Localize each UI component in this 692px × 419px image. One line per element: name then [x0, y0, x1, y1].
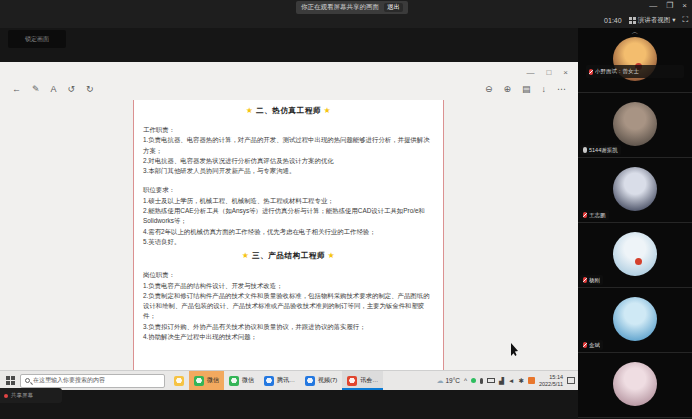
- print-icon[interactable]: ▤: [522, 84, 531, 94]
- viewer-toolbar-left: ←✎A↺↻: [12, 84, 94, 94]
- block-heading: 岗位职责：: [143, 270, 434, 280]
- taskbar-app-explorer[interactable]: [169, 371, 189, 390]
- system-tray: ☁ 19°C ^ ▟ ◄ ✱ 15:14 2022/5/11: [436, 374, 578, 387]
- taskbar-app-video-icon: [305, 376, 315, 386]
- taskbar-app-tencent-icon: [264, 376, 274, 386]
- taskbar-app-wechat-2-icon: [229, 376, 239, 386]
- taskbar-app-wechat-1[interactable]: 微信: [189, 371, 224, 390]
- astronaut-avatar: [613, 167, 657, 211]
- doc-text-line: 3.本部门其他研发人员协同开发新产品，与专家沟通。: [143, 166, 434, 176]
- participant-name: 小野面试：曾女士: [595, 68, 639, 75]
- sea-scene-avatar: [613, 297, 657, 341]
- view-mode-label: 演讲者视图: [638, 16, 671, 25]
- participant-label: 杨刚: [580, 275, 603, 285]
- taskbar-app-wechat-2[interactable]: 微信: [224, 371, 259, 390]
- taskbar-app-meeting[interactable]: 讯会…: [342, 371, 383, 390]
- taskbar-app-label: 视频(7): [318, 376, 337, 385]
- taskbar-app-label: 讯会…: [360, 376, 378, 385]
- viewer-window-controls: —□×: [526, 68, 568, 77]
- mouse-cursor: [511, 343, 520, 356]
- banner-text: 你正在观看屏幕共享的画面: [301, 3, 379, 12]
- taskbar: 在这里输入你要搜索的内容 微信微信腾讯…视频(7)讯会… ☁ 19°C ^ ▟ …: [0, 370, 578, 390]
- mic-muted-icon: [589, 69, 593, 75]
- participant-tile[interactable]: 5144谢振凯: [578, 93, 692, 158]
- edit-icon[interactable]: ✎: [32, 84, 40, 94]
- participants-sidebar: ︿ 小野面试：曾女士5144谢振凯王志鹏杨刚金斌: [578, 28, 692, 419]
- participant-tile[interactable]: [578, 353, 692, 418]
- sharing-indicator[interactable]: 共享屏幕: [0, 388, 62, 403]
- viewer-close-icon[interactable]: ×: [563, 68, 568, 77]
- network-icon[interactable]: ▟: [499, 377, 504, 385]
- participant-name: 王志鹏: [589, 212, 606, 219]
- taskbar-app-tencent[interactable]: 腾讯…: [259, 371, 300, 390]
- doc-text-line: 4.协助解决生产过程中出现的技术问题；: [143, 332, 434, 342]
- volume-icon[interactable]: ◄: [508, 377, 514, 385]
- participant-label: 5144谢振凯: [580, 145, 621, 155]
- star-icon: ★: [246, 106, 254, 115]
- recording-dot-icon: [4, 394, 8, 398]
- doc-text-line: 2.能熟练使用CAE分析工具（如Ansys等）进行仿真分析与计算；能熟练使用CA…: [143, 206, 434, 227]
- participant-tile[interactable]: 杨刚: [578, 223, 692, 288]
- start-button[interactable]: [0, 376, 20, 385]
- taskbar-clock[interactable]: 15:14 2022/5/11: [539, 374, 563, 387]
- clock-date: 2022/5/11: [539, 381, 563, 388]
- flowers-avatar: [613, 362, 657, 406]
- zoom-in-icon[interactable]: ⊕: [503, 84, 511, 94]
- taskbar-app-video[interactable]: 视频(7): [300, 371, 342, 390]
- search-placeholder: 在这里输入你要搜索的内容: [33, 376, 105, 385]
- settings-gear-icon[interactable]: ✱: [518, 377, 523, 385]
- rotate-right-icon[interactable]: ↻: [86, 84, 94, 94]
- exit-share-button[interactable]: 退出: [384, 3, 403, 12]
- doc-text-line: 2.对电抗器、电容器发热状况进行分析仿真评估及热设计方案的优化: [143, 156, 434, 166]
- snow-scene-avatar: [613, 232, 657, 276]
- zoom-out-icon[interactable]: ⊖: [485, 84, 493, 94]
- document-page[interactable]: ★ 二、热仿真工程师 ★工作职责：1.负责电抗器、电容器热的计算，对产品的开发、…: [133, 100, 444, 370]
- font-icon[interactable]: A: [51, 84, 57, 94]
- star-icon: ★: [328, 251, 336, 260]
- action-center-icon[interactable]: [567, 377, 575, 384]
- participant-tile[interactable]: 小野面试：曾女士: [578, 28, 692, 93]
- more-icon[interactable]: ⋯: [557, 84, 566, 94]
- taskbar-app-label: 腾讯…: [277, 376, 295, 385]
- participant-tile[interactable]: 王志鹏: [578, 158, 692, 223]
- maximize-icon[interactable]: ❐: [666, 1, 673, 11]
- sharing-indicator-label: 共享屏幕: [11, 392, 33, 399]
- section-title: ★ 三、产品结构工程师 ★: [143, 251, 434, 261]
- mic-tray-icon[interactable]: [480, 378, 483, 384]
- lock-view-button[interactable]: 锁定画面: [8, 30, 66, 48]
- cloud-icon: ☁: [436, 377, 443, 385]
- participant-name: 5144谢振凯: [589, 147, 618, 154]
- participant-label: 王志鹏: [580, 210, 609, 220]
- battery-icon[interactable]: [487, 378, 495, 383]
- taskbar-app-label: 微信: [207, 376, 219, 385]
- viewer-maximize-icon[interactable]: □: [546, 68, 551, 77]
- meeting-topbar: 你正在观看屏幕共享的画面 退出 —❐× 01:40 演讲者视图 ▾ ⛶: [0, 0, 692, 28]
- collapse-sidebar-icon[interactable]: ︿: [578, 28, 692, 36]
- close-icon[interactable]: ×: [682, 1, 687, 11]
- participant-name: 金斌: [589, 342, 600, 349]
- participant-tile[interactable]: 金斌: [578, 288, 692, 353]
- fullscreen-icon[interactable]: ⛶: [682, 15, 688, 25]
- grid-view-icon: [629, 17, 636, 24]
- download-icon[interactable]: ↓: [542, 84, 547, 94]
- meeting-controls: 01:40 演讲者视图 ▾ ⛶: [604, 13, 688, 27]
- watching-share-banner: 你正在观看屏幕共享的画面 退出: [296, 1, 408, 14]
- doc-text-line: 1.负责电抗器、电容器热的计算，对产品的开发、测试过程中出现的热问题能够进行分析…: [143, 135, 434, 156]
- minimize-icon[interactable]: —: [649, 1, 657, 11]
- weather-temp: 19°C: [445, 377, 460, 384]
- status-dot-icon[interactable]: [471, 378, 476, 383]
- view-mode-button[interactable]: 演讲者视图 ▾: [629, 16, 676, 25]
- doc-text-line: 3.负责拟订外购、外协产品有关技术协议和质量协议，并跟进协议的落实履行；: [143, 322, 434, 332]
- doc-text-line: 5.英语良好。: [143, 237, 434, 247]
- wps-tray-icon[interactable]: [528, 377, 535, 384]
- doc-text-line: 1.负责电容产品的结构件设计、开发与技术改造；: [143, 281, 434, 291]
- taskbar-app-meeting-icon: [347, 376, 357, 386]
- taskbar-search-input[interactable]: 在这里输入你要搜索的内容: [20, 374, 165, 388]
- tray-chevron-icon[interactable]: ^: [464, 377, 467, 385]
- viewer-minimize-icon[interactable]: —: [526, 68, 534, 77]
- weather-widget[interactable]: ☁ 19°C: [436, 377, 460, 385]
- window-controls: —❐×: [649, 1, 687, 11]
- rotate-left-icon[interactable]: ↺: [68, 84, 76, 94]
- back-icon[interactable]: ←: [12, 84, 21, 94]
- viewer-toolbar-right: ⊖⊕▤↓⋯: [485, 84, 566, 94]
